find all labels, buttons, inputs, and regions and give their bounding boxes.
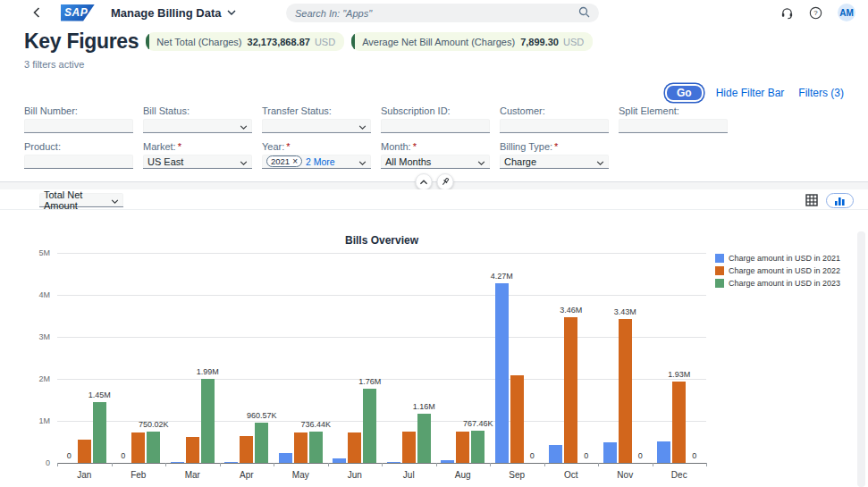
gridline <box>57 295 706 296</box>
bar-value-label: 960.57K <box>247 411 277 420</box>
select-value: All Months <box>385 156 431 167</box>
input-subscription-id[interactable] <box>381 119 490 133</box>
shell-search-input[interactable]: Search In: "Apps" <box>286 4 599 22</box>
bar-value-label: 767.46K <box>463 419 493 428</box>
token-remove-icon[interactable]: × <box>292 157 298 166</box>
bar-feb-2022[interactable] <box>131 432 145 463</box>
manage-billing-data-page: SAP Manage Billing Data Search In: "Apps… <box>0 0 868 487</box>
filter-label: Month:* <box>381 141 490 153</box>
bar-apr-2023[interactable] <box>255 423 268 463</box>
bar-dec-2022[interactable] <box>672 382 686 463</box>
bar-chart-view-icon[interactable] <box>826 193 854 208</box>
bar-sep-2022[interactable] <box>510 375 524 463</box>
chevron-down-icon <box>240 121 248 131</box>
input-split-element[interactable] <box>619 119 728 133</box>
x-axis-tick <box>57 463 58 466</box>
bar-value-label: 4.27M <box>491 272 513 281</box>
x-axis-tick <box>544 463 545 466</box>
y-axis-label: 3M <box>23 332 50 341</box>
legend-item[interactable]: Charge amount in USD in 2022 <box>715 266 840 275</box>
bar-jul-2021[interactable] <box>387 462 400 463</box>
y-axis-label: 2M <box>23 374 50 383</box>
search-icon[interactable] <box>578 5 590 21</box>
select-value: Charge <box>504 156 536 167</box>
filter-label: Billing Type:* <box>500 141 609 153</box>
chevron-down-icon <box>227 10 236 15</box>
kpi-average-net-bill[interactable]: Average Net Bill Amount (Charges) 7,899.… <box>351 32 593 51</box>
input-customer[interactable] <box>500 119 609 133</box>
bar-nov-2021[interactable] <box>603 442 617 463</box>
bar-feb-2023[interactable] <box>147 432 160 463</box>
select-market[interactable]: US East <box>143 155 252 169</box>
bar-value-label: 1.93M <box>668 370 690 379</box>
chart-title: Bills Overview <box>57 234 706 247</box>
help-icon[interactable]: ? <box>809 6 822 20</box>
bar-jul-2023[interactable] <box>417 414 431 463</box>
hide-filter-bar-link[interactable]: Hide Filter Bar <box>716 87 785 99</box>
svg-text:?: ? <box>813 9 818 17</box>
legend-color-swatch <box>715 254 724 263</box>
sap-logo: SAP <box>61 4 95 21</box>
go-button[interactable]: Go <box>667 86 702 100</box>
bar-may-2023[interactable] <box>309 432 323 463</box>
select-billing-type[interactable]: Charge <box>500 155 609 169</box>
bar-may-2021[interactable] <box>279 453 292 463</box>
pin-filter-bar-button[interactable] <box>436 173 453 190</box>
back-button[interactable] <box>30 6 43 19</box>
bar-dec-2021[interactable] <box>657 441 670 463</box>
chevron-down-icon <box>596 156 604 167</box>
table-view-icon[interactable] <box>805 194 818 206</box>
bar-value-label: 1.45M <box>88 390 111 399</box>
x-axis-tick <box>112 463 113 466</box>
bar-apr-2021[interactable] <box>224 462 238 463</box>
bar-aug-2022[interactable] <box>456 432 469 463</box>
bar-jul-2022[interactable] <box>402 432 416 463</box>
required-asterisk: * <box>286 141 290 152</box>
chevron-down-icon <box>477 156 485 167</box>
bar-aug-2023[interactable] <box>471 431 485 463</box>
filter-field-bill-status: Bill Status: <box>143 105 252 133</box>
token-more-link[interactable]: 2 More <box>306 156 335 167</box>
input-product[interactable] <box>24 155 133 169</box>
legend-label: Charge amount in USD in 2023 <box>729 279 840 288</box>
bar-jun-2021[interactable] <box>333 458 346 463</box>
bar-jan-2022[interactable] <box>78 440 91 463</box>
support-headset-icon[interactable] <box>780 6 794 20</box>
filters-dialog-link[interactable]: Filters (3) <box>798 87 844 99</box>
x-axis-tick <box>274 463 274 466</box>
legend-item[interactable]: Charge amount in USD in 2023 <box>715 279 840 288</box>
legend-item[interactable]: Charge amount in USD in 2021 <box>715 254 840 263</box>
bar-sep-2021[interactable] <box>495 283 509 463</box>
bar-mar-2021[interactable] <box>171 462 184 463</box>
collapse-filter-bar-button[interactable] <box>415 173 432 190</box>
filter-label: Market:* <box>143 141 252 153</box>
select-bill-status[interactable] <box>143 119 252 133</box>
bar-jun-2023[interactable] <box>363 389 376 463</box>
bar-may-2022[interactable] <box>294 432 308 463</box>
bar-apr-2022[interactable] <box>240 436 253 463</box>
bar-aug-2021[interactable] <box>441 460 454 463</box>
bar-value-label: 0 <box>584 451 588 460</box>
token-value: 2021 <box>271 156 290 166</box>
user-avatar[interactable]: AM <box>838 4 855 21</box>
measure-select[interactable]: Total Net Amount <box>39 193 123 207</box>
select-transfer-status[interactable] <box>262 119 371 133</box>
chart-toolbar: Total Net Amount <box>0 189 868 210</box>
bar-nov-2022[interactable] <box>619 319 632 463</box>
select-month[interactable]: All Months <box>381 155 490 169</box>
bar-jun-2022[interactable] <box>348 432 361 463</box>
chevron-down-icon <box>111 195 119 206</box>
app-title-menu[interactable]: Manage Billing Data <box>111 6 236 20</box>
bar-jan-2023[interactable] <box>93 402 106 463</box>
input-bill-number[interactable] <box>24 119 133 133</box>
filter-token: 2021× <box>266 155 302 167</box>
kpi-net-total[interactable]: Net Total (Charges) 32,173,868.87 USD <box>146 32 344 51</box>
filter-label: Bill Status: <box>143 105 252 117</box>
select-year[interactable]: 2021×2 More <box>262 155 371 169</box>
bar-oct-2021[interactable] <box>549 445 562 463</box>
bar-oct-2022[interactable] <box>564 317 577 463</box>
bar-mar-2023[interactable] <box>201 379 215 463</box>
vertical-scrollbar[interactable] <box>857 231 865 487</box>
bar-mar-2022[interactable] <box>186 437 199 463</box>
x-axis-tick <box>382 463 383 466</box>
